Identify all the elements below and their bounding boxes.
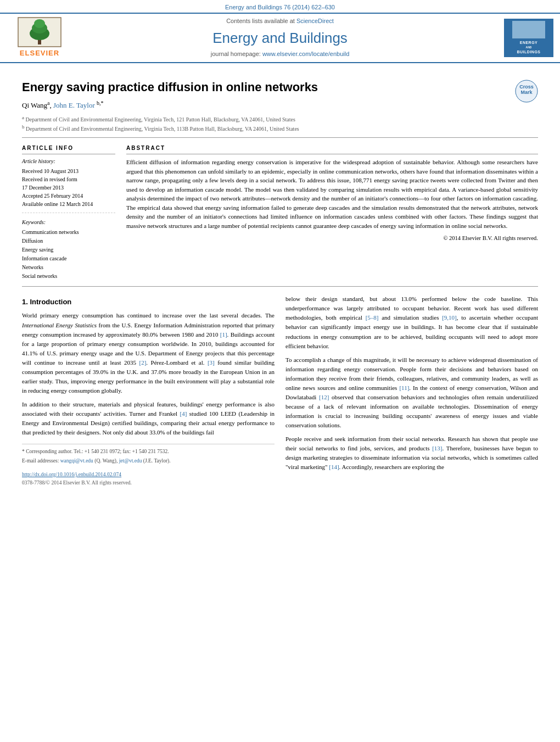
svg-text:Cross: Cross: [519, 84, 534, 90]
affiliation-b: b Department of Civil and Environmental …: [22, 124, 515, 133]
journal-logo-right: ENERGY AND BUILDINGS: [488, 19, 553, 57]
ref-4[interactable]: [4]: [180, 410, 187, 417]
body-right-column: below their design standard, but about 1…: [285, 294, 538, 487]
bottom-doi-info: http://dx.doi.org/10.1016/j.enbuild.2014…: [22, 471, 275, 487]
body-left-column: 1. Introduction World primary energy con…: [22, 294, 275, 487]
body-section: 1. Introduction World primary energy con…: [22, 294, 538, 487]
available-date: Available online 12 March 2014: [22, 200, 115, 208]
ref-11[interactable]: [11]: [399, 384, 409, 391]
right-paragraph1: below their design standard, but about 1…: [285, 294, 538, 350]
abstract-column: ABSTRACT Efficient diffusion of informat…: [126, 144, 538, 281]
elsevier-logo: ELSEVIER: [7, 17, 72, 58]
author2-link[interactable]: John E. Taylor: [53, 102, 97, 110]
section1-paragraph1: World primary energy consumption has con…: [22, 311, 275, 395]
ref-13[interactable]: [13]: [432, 445, 442, 451]
history-label: Article history:: [22, 158, 115, 165]
journal-center-info: Contents lists available at ScienceDirec…: [72, 17, 488, 58]
article-title-section: Energy saving practice diffusion in onli…: [22, 73, 538, 138]
homepage-url[interactable]: www.elsevier.com/locate/enbuild: [262, 51, 349, 57]
homepage-line: journal homepage: www.elsevier.com/locat…: [72, 50, 488, 58]
ref-14[interactable]: [14]: [329, 464, 339, 470]
article-content: Energy saving practice diffusion in onli…: [0, 63, 560, 497]
article-authors: Qi Wanga, John E. Taylor b,*: [22, 99, 515, 111]
ref-3[interactable]: [3]: [208, 359, 215, 366]
issn-copyright: 0378-7788/© 2014 Elsevier B.V. All right…: [22, 479, 275, 487]
author2-name: John E. Taylor: [53, 102, 95, 110]
journal-citation-text: Energy and Buildings 76 (2014) 622–630: [225, 4, 335, 10]
abstract-text: Efficient diffusion of information regar…: [126, 158, 538, 230]
affiliations: a Department of Civil and Environmental …: [22, 114, 515, 133]
author2-sup: b,*: [97, 100, 104, 106]
accepted-date: Accepted 25 February 2014: [22, 192, 115, 200]
keywords-label: Keywords:: [22, 219, 115, 226]
logo-text-buildings: BUILDINGS: [517, 49, 541, 55]
right-paragraph2: To accomplish a change of this magnitude…: [285, 355, 538, 430]
article-info-header: ARTICLE INFO: [22, 144, 115, 154]
svg-text:Mark: Mark: [520, 90, 533, 95]
keyword-3: Energy saving: [22, 246, 115, 254]
keywords-block: Keywords: Communication networks Diffusi…: [22, 219, 115, 281]
crossmark-svg: Cross Mark: [515, 80, 538, 103]
ref-12[interactable]: [12]: [319, 394, 329, 400]
keyword-2: Diffusion: [22, 237, 115, 246]
received-date: Received 10 August 2013: [22, 167, 115, 175]
energy-buildings-logo: ENERGY AND BUILDINGS: [504, 19, 553, 57]
contents-available-line: Contents lists available at ScienceDirec…: [72, 17, 488, 25]
author1-name: Qi Wang: [22, 102, 47, 110]
ref-1[interactable]: [1]: [220, 331, 227, 338]
section1-paragraph2: In addition to their structure, material…: [22, 400, 275, 437]
logo-image: [512, 21, 545, 38]
footnote-email2-link[interactable]: jet@vt.edu: [119, 458, 142, 464]
doi-link[interactable]: http://dx.doi.org/10.1016/j.enbuild.2014…: [22, 472, 121, 477]
affiliation-a: a Department of Civil and Environmental …: [22, 114, 515, 124]
keyword-6: Social networks: [22, 272, 115, 281]
article-history-block: Article history: Received 10 August 2013…: [22, 158, 115, 213]
keyword-1: Communication networks: [22, 228, 115, 237]
footnotes-section: * Corresponding author. Tel.: +1 540 231…: [22, 444, 275, 465]
keyword-4: Information cascade: [22, 254, 115, 263]
article-info-abstract-section: ARTICLE INFO Article history: Received 1…: [22, 144, 538, 287]
footnote-email: E-mail addresses: wangqi@vt.edu (Q. Wang…: [22, 457, 275, 465]
revised-date: 17 December 2013: [22, 183, 115, 192]
elsevier-logo-container: ELSEVIER: [7, 17, 72, 58]
elsevier-tree-icon: [18, 17, 61, 47]
journal-title: Energy and Buildings: [72, 28, 488, 48]
logo-text-energy: ENERGY: [520, 40, 538, 46]
svg-point-4: [34, 19, 45, 28]
ref-2[interactable]: [2]: [139, 359, 146, 366]
journal-citation-bar: Energy and Buildings 76 (2014) 622–630: [0, 0, 560, 13]
abstract-header: ABSTRACT: [126, 144, 538, 154]
received-revised-label: Received in revised form: [22, 175, 115, 183]
ref-9-10[interactable]: [9,10]: [442, 314, 457, 321]
section1-heading: 1. Introduction: [22, 297, 275, 308]
crossmark-badge: Cross Mark: [515, 80, 538, 105]
keyword-5: Networks: [22, 263, 115, 272]
sciencedirect-link[interactable]: ScienceDirect: [296, 18, 334, 24]
journal-header: ELSEVIER Contents lists available at Sci…: [0, 13, 560, 63]
footnote-corresponding: * Corresponding author. Tel.: +1 540 231…: [22, 448, 275, 455]
footnote-email1-link[interactable]: wangqi@vt.edu: [60, 458, 93, 464]
ref-5-8[interactable]: [5–8]: [366, 314, 379, 321]
elsevier-wordmark: ELSEVIER: [20, 48, 59, 58]
abstract-copyright: © 2014 Elsevier B.V. All rights reserved…: [126, 235, 538, 243]
logo-text-and: AND: [526, 46, 532, 49]
author1-sup: a: [47, 100, 49, 106]
article-info-column: ARTICLE INFO Article history: Received 1…: [22, 144, 115, 281]
right-paragraph3: People receive and seek information from…: [285, 434, 538, 472]
title-and-authors: Energy saving practice diffusion in onli…: [22, 80, 515, 133]
article-title: Energy saving practice diffusion in onli…: [22, 80, 515, 96]
